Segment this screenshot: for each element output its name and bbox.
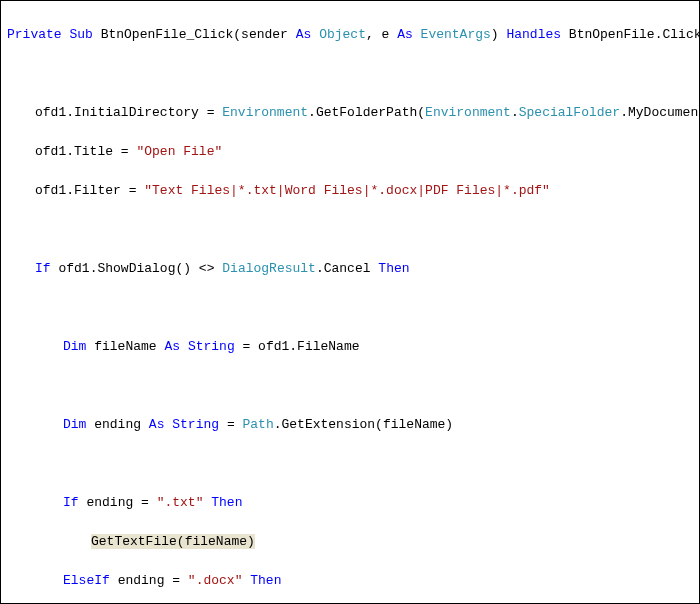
code-line: Private Sub BtnOpenFile_Click(sender As …	[7, 25, 693, 45]
string-literal: "Text Files|*.txt|Word Files|*.docx|PDF …	[144, 183, 550, 198]
method-name: BtnOpenFile_Click	[101, 27, 234, 42]
code-line: If ending = ".txt" Then	[7, 493, 693, 513]
code-line: Dim fileName As String = ofd1.FileName	[7, 337, 693, 357]
code-line	[7, 376, 693, 396]
code-line: ofd1.Title = "Open File"	[7, 142, 693, 162]
code-line	[7, 64, 693, 84]
code-editor[interactable]: Private Sub BtnOpenFile_Click(sender As …	[1, 1, 699, 604]
code-line: Dim ending As String = Path.GetExtension…	[7, 415, 693, 435]
code-line	[7, 220, 693, 240]
keyword: Sub	[69, 27, 92, 42]
code-line: GetTextFile(fileName)	[7, 532, 693, 552]
code-line: ofd1.Filter = "Text Files|*.txt|Word Fil…	[7, 181, 693, 201]
highlighted-call: GetTextFile	[91, 534, 177, 549]
code-line: ofd1.InitialDirectory = Environment.GetF…	[7, 103, 693, 123]
keyword: Private	[7, 27, 62, 42]
code-line	[7, 298, 693, 318]
code-line	[7, 454, 693, 474]
code-line: If ofd1.ShowDialog() <> DialogResult.Can…	[7, 259, 693, 279]
string-literal: "Open File"	[136, 144, 222, 159]
code-line: ElseIf ending = ".docx" Then	[7, 571, 693, 591]
